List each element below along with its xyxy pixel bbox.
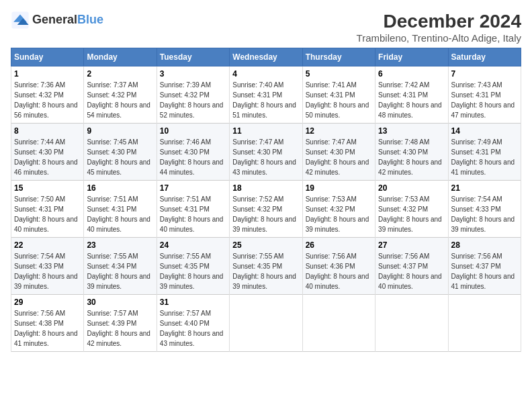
day-number: 19	[306, 183, 372, 193]
calendar-table: Sunday Monday Tuesday Wednesday Thursday…	[11, 48, 521, 352]
calendar-cell: 9 Sunrise: 7:45 AMSunset: 4:30 PMDayligh…	[84, 124, 157, 181]
day-number: 23	[87, 240, 153, 250]
calendar-cell: 12 Sunrise: 7:47 AMSunset: 4:30 PMDaylig…	[302, 124, 375, 181]
day-number: 30	[87, 298, 153, 307]
day-number: 10	[160, 126, 226, 136]
calendar-cell: 25 Sunrise: 7:55 AMSunset: 4:35 PMDaylig…	[230, 238, 302, 295]
day-number: 21	[451, 183, 518, 193]
day-info: Sunrise: 7:47 AMSunset: 4:30 PMDaylight:…	[232, 138, 296, 176]
day-info: Sunrise: 7:40 AMSunset: 4:31 PMDaylight:…	[232, 81, 296, 119]
calendar-cell: 2 Sunrise: 7:37 AMSunset: 4:32 PMDayligh…	[84, 66, 157, 124]
calendar-cell: 17 Sunrise: 7:51 AMSunset: 4:31 PMDaylig…	[157, 181, 229, 238]
day-number: 4	[232, 69, 299, 79]
day-number: 14	[451, 126, 518, 136]
day-info: Sunrise: 7:44 AMSunset: 4:30 PMDaylight:…	[14, 138, 78, 176]
day-number: 12	[306, 126, 372, 136]
col-saturday: Saturday	[448, 48, 521, 66]
logo-general: General	[32, 13, 77, 26]
page-header: GeneralBlue December 2024 Trambileno, Tr…	[11, 11, 521, 44]
subtitle: Trambileno, Trentino-Alto Adige, Italy	[357, 32, 521, 44]
day-info: Sunrise: 7:47 AMSunset: 4:30 PMDaylight:…	[306, 138, 369, 176]
calendar-body: 1 Sunrise: 7:36 AMSunset: 4:32 PMDayligh…	[11, 66, 521, 352]
calendar-week-2: 8 Sunrise: 7:44 AMSunset: 4:30 PMDayligh…	[11, 124, 521, 181]
calendar-week-1: 1 Sunrise: 7:36 AMSunset: 4:32 PMDayligh…	[11, 66, 521, 124]
day-info: Sunrise: 7:37 AMSunset: 4:32 PMDaylight:…	[87, 81, 150, 119]
calendar-cell: 18 Sunrise: 7:52 AMSunset: 4:32 PMDaylig…	[230, 181, 302, 238]
day-info: Sunrise: 7:57 AMSunset: 4:39 PMDaylight:…	[87, 310, 150, 347]
calendar-cell: 19 Sunrise: 7:53 AMSunset: 4:32 PMDaylig…	[302, 181, 375, 238]
calendar-week-5: 29 Sunrise: 7:56 AMSunset: 4:38 PMDaylig…	[11, 295, 521, 352]
day-number: 17	[160, 183, 226, 193]
day-info: Sunrise: 7:51 AMSunset: 4:31 PMDaylight:…	[87, 195, 150, 233]
day-info: Sunrise: 7:55 AMSunset: 4:35 PMDaylight:…	[232, 253, 296, 290]
calendar-cell: 29 Sunrise: 7:56 AMSunset: 4:38 PMDaylig…	[11, 295, 84, 352]
calendar-cell: 22 Sunrise: 7:54 AMSunset: 4:33 PMDaylig…	[11, 238, 84, 295]
day-info: Sunrise: 7:54 AMSunset: 4:33 PMDaylight:…	[451, 195, 515, 233]
calendar-cell: 23 Sunrise: 7:55 AMSunset: 4:34 PMDaylig…	[84, 238, 157, 295]
calendar-cell: 11 Sunrise: 7:47 AMSunset: 4:30 PMDaylig…	[230, 124, 302, 181]
calendar-header: Sunday Monday Tuesday Wednesday Thursday…	[11, 48, 521, 66]
day-number: 20	[378, 183, 445, 193]
day-info: Sunrise: 7:56 AMSunset: 4:36 PMDaylight:…	[306, 253, 369, 290]
calendar-week-4: 22 Sunrise: 7:54 AMSunset: 4:33 PMDaylig…	[11, 238, 521, 295]
day-number: 11	[232, 126, 299, 136]
header-row: Sunday Monday Tuesday Wednesday Thursday…	[11, 48, 521, 66]
day-number: 1	[14, 69, 81, 79]
logo: GeneralBlue	[11, 11, 103, 30]
day-info: Sunrise: 7:53 AMSunset: 4:32 PMDaylight:…	[306, 195, 369, 233]
day-info: Sunrise: 7:55 AMSunset: 4:34 PMDaylight:…	[87, 253, 150, 290]
calendar-cell: 7 Sunrise: 7:43 AMSunset: 4:31 PMDayligh…	[448, 66, 521, 124]
calendar-cell: 10 Sunrise: 7:46 AMSunset: 4:30 PMDaylig…	[157, 124, 229, 181]
day-number: 22	[14, 240, 81, 250]
logo-icon	[11, 11, 30, 30]
day-number: 2	[87, 69, 153, 79]
day-number: 29	[14, 298, 81, 307]
calendar-cell: 20 Sunrise: 7:53 AMSunset: 4:32 PMDaylig…	[375, 181, 448, 238]
day-number: 18	[232, 183, 299, 193]
day-number: 26	[306, 240, 372, 250]
day-number: 6	[378, 69, 445, 79]
calendar-cell	[302, 295, 375, 352]
day-info: Sunrise: 7:42 AMSunset: 4:31 PMDaylight:…	[378, 81, 442, 119]
day-info: Sunrise: 7:41 AMSunset: 4:31 PMDaylight:…	[306, 81, 369, 119]
day-info: Sunrise: 7:36 AMSunset: 4:32 PMDaylight:…	[14, 81, 78, 119]
logo-blue: Blue	[77, 13, 103, 26]
calendar-cell: 4 Sunrise: 7:40 AMSunset: 4:31 PMDayligh…	[230, 66, 302, 124]
day-info: Sunrise: 7:56 AMSunset: 4:38 PMDaylight:…	[14, 310, 78, 347]
title-area: December 2024 Trambileno, Trentino-Alto …	[357, 11, 521, 44]
calendar-cell: 27 Sunrise: 7:56 AMSunset: 4:37 PMDaylig…	[375, 238, 448, 295]
day-info: Sunrise: 7:50 AMSunset: 4:31 PMDaylight:…	[14, 195, 78, 233]
calendar-cell	[230, 295, 302, 352]
day-number: 5	[306, 69, 372, 79]
day-info: Sunrise: 7:39 AMSunset: 4:32 PMDaylight:…	[160, 81, 224, 119]
day-number: 28	[451, 240, 518, 250]
day-info: Sunrise: 7:54 AMSunset: 4:33 PMDaylight:…	[14, 253, 78, 290]
day-number: 7	[451, 69, 518, 79]
day-number: 8	[14, 126, 81, 136]
logo-text: GeneralBlue	[32, 13, 103, 27]
calendar-cell: 28 Sunrise: 7:56 AMSunset: 4:37 PMDaylig…	[448, 238, 521, 295]
calendar-cell: 16 Sunrise: 7:51 AMSunset: 4:31 PMDaylig…	[84, 181, 157, 238]
col-monday: Monday	[84, 48, 157, 66]
day-number: 16	[87, 183, 153, 193]
calendar-cell	[448, 295, 521, 352]
calendar-cell: 6 Sunrise: 7:42 AMSunset: 4:31 PMDayligh…	[375, 66, 448, 124]
calendar-cell: 26 Sunrise: 7:56 AMSunset: 4:36 PMDaylig…	[302, 238, 375, 295]
day-number: 15	[14, 183, 81, 193]
day-number: 27	[378, 240, 445, 250]
day-info: Sunrise: 7:43 AMSunset: 4:31 PMDaylight:…	[451, 81, 515, 119]
day-number: 9	[87, 126, 153, 136]
day-info: Sunrise: 7:48 AMSunset: 4:30 PMDaylight:…	[378, 138, 442, 176]
col-tuesday: Tuesday	[157, 48, 229, 66]
day-number: 25	[232, 240, 299, 250]
day-info: Sunrise: 7:55 AMSunset: 4:35 PMDaylight:…	[160, 253, 224, 290]
calendar-cell	[375, 295, 448, 352]
calendar-week-3: 15 Sunrise: 7:50 AMSunset: 4:31 PMDaylig…	[11, 181, 521, 238]
col-friday: Friday	[375, 48, 448, 66]
day-info: Sunrise: 7:45 AMSunset: 4:30 PMDaylight:…	[87, 138, 150, 176]
day-info: Sunrise: 7:52 AMSunset: 4:32 PMDaylight:…	[232, 195, 296, 233]
day-info: Sunrise: 7:51 AMSunset: 4:31 PMDaylight:…	[160, 195, 224, 233]
day-number: 13	[378, 126, 445, 136]
logo-container: GeneralBlue	[11, 11, 103, 30]
calendar-cell: 31 Sunrise: 7:57 AMSunset: 4:40 PMDaylig…	[157, 295, 229, 352]
